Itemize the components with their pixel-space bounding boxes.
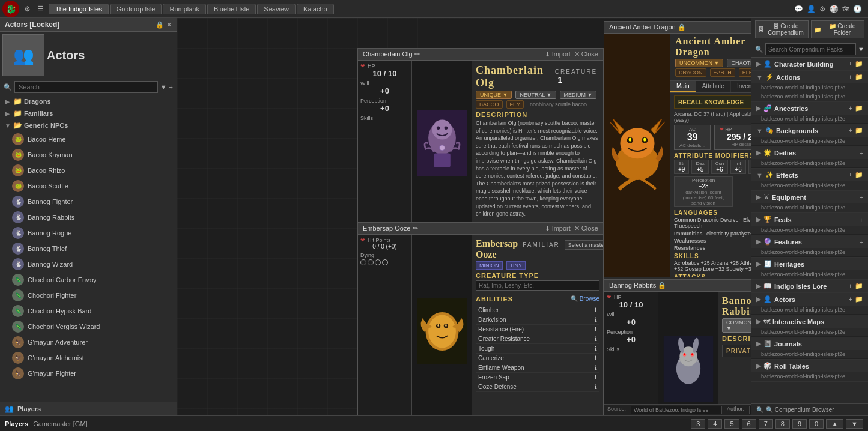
cb-add-icon[interactable]: + xyxy=(849,60,852,68)
filter-icon[interactable]: ▼ xyxy=(160,83,167,91)
rs-section-header-equipment[interactable]: ▶ ⚔ Equipment + xyxy=(751,191,868,203)
cb-folder-icon[interactable]: 📁 xyxy=(855,60,863,68)
add-icon[interactable]: + xyxy=(169,83,173,91)
tab-bluebell[interactable]: Bluebell Isle xyxy=(207,4,256,14)
ability-fire-resistance[interactable]: Resistance (Fire)ℹ xyxy=(476,325,599,334)
ancestries-item[interactable]: battlezoo-world-of-indigo-isles-pf2e xyxy=(751,115,868,124)
deities-add-icon[interactable]: + xyxy=(860,149,863,157)
rs-section-header-actions[interactable]: ▼ ⚡ Actions + 📁 xyxy=(751,71,868,83)
nav-down[interactable]: ▼ xyxy=(846,419,863,429)
master-select[interactable]: Select a master... xyxy=(565,240,603,250)
rs-section-header-cb[interactable]: ▶ 👤 Character Building + 📁 xyxy=(751,58,868,70)
actor-bannog-rabbits[interactable]: 🐇 Bannog Rabbits xyxy=(0,209,177,225)
actions-item-2[interactable]: battlezoo-world-of-indigo-isles-pf2e xyxy=(751,92,868,101)
search-input[interactable] xyxy=(14,81,158,93)
source-input[interactable] xyxy=(631,406,722,414)
ancestries-add-icon[interactable]: + xyxy=(849,104,852,112)
rs-section-header-deities[interactable]: ▶ 🌟 Deities + xyxy=(751,146,868,159)
backgrounds-item[interactable]: battlezoo-world-of-indigo-isles-pf2e xyxy=(751,137,868,146)
menu-icon[interactable]: ☰ xyxy=(35,4,46,14)
category-generic-npcs[interactable]: ▼ 📂 Generic NPCs xyxy=(0,119,177,131)
create-folder-btn[interactable]: 📁 📁 Create Folder xyxy=(811,20,864,38)
nav-4[interactable]: 4 xyxy=(708,419,722,429)
rs-section-header-bg[interactable]: ▼ 🎭 Backgrounds + 📁 xyxy=(751,124,868,137)
feats-item[interactable]: battlezoo-world-of-indigo-isles-pf2e xyxy=(751,226,868,235)
players-icon[interactable]: 👤 xyxy=(807,5,816,13)
rs-section-header-features[interactable]: ▶ 🔮 Features + xyxy=(751,235,868,248)
actor-chochori-wizard[interactable]: 🦎 Chochori Vergiss Wizard xyxy=(0,319,177,334)
actors-folder-icon[interactable]: 📁 xyxy=(855,295,863,303)
effects-add-icon[interactable]: + xyxy=(849,171,852,179)
rs-section-header-heritages[interactable]: ▶ 🧾 Heritages xyxy=(751,258,868,270)
bg-folder-icon[interactable]: 📁 xyxy=(855,127,863,134)
chamberlain-import-btn[interactable]: ⬇ Import xyxy=(545,50,571,58)
actor-chochori-fighter[interactable]: 🦎 Chochori Fighter xyxy=(0,288,177,303)
nav-9[interactable]: 9 xyxy=(792,419,807,429)
actor-bannog-wizard[interactable]: 🐇 Bannog Wizard xyxy=(0,256,177,272)
nav-8[interactable]: 8 xyxy=(775,419,790,429)
rs-section-header-lore[interactable]: ▶ 📖 Indigo Isles Lore + 📁 xyxy=(751,280,868,292)
actor-gmayun-adventurer[interactable]: 🦅 G'mayun Adventurer xyxy=(0,334,177,350)
actions-add-icon[interactable]: + xyxy=(849,73,852,81)
effects-folder-icon[interactable]: 📁 xyxy=(855,171,863,179)
chat-icon[interactable]: 💬 xyxy=(794,5,803,13)
rs-filter-icon[interactable]: ▼ xyxy=(858,46,864,53)
roll-tables-item[interactable]: battlezoo-world-of-indigo-isles-pf2e xyxy=(751,372,868,381)
dice-icon[interactable]: 🎲 xyxy=(830,5,839,13)
rs-section-header-journals[interactable]: ▶ 📓 Journals xyxy=(751,337,868,350)
category-familiars[interactable]: ▶ 📁 Familiars xyxy=(0,107,177,119)
embersap-close-btn[interactable]: ✕ Close xyxy=(574,225,598,232)
actor-bannog-thief[interactable]: 🐇 Bannog Thief xyxy=(0,241,177,256)
browse-btn[interactable]: 🔍 Browse xyxy=(571,295,599,302)
sidebar-close-icon[interactable]: ✕ xyxy=(166,21,172,29)
embersap-import-btn[interactable]: ⬇ Import xyxy=(545,225,571,232)
actor-bacoo-heme[interactable]: 🐸 Bacoo Heme xyxy=(0,131,177,147)
actor-bacoo-rhizo[interactable]: 🐸 Bacoo Rhizo xyxy=(0,163,177,178)
rs-section-header-maps[interactable]: ▶ 🗺 Interactive Maps xyxy=(751,315,868,328)
category-dragons[interactable]: ▶ 📁 Dragons xyxy=(0,95,177,107)
ability-climber[interactable]: Climberℹ xyxy=(476,306,599,315)
actions-folder-icon[interactable]: 📁 xyxy=(855,73,863,81)
actor-chochori-carbor[interactable]: 🦎 Chochori Carbor Envoy xyxy=(0,272,177,288)
nav-up[interactable]: ▲ xyxy=(826,419,843,429)
ability-tough[interactable]: Toughℹ xyxy=(476,344,599,354)
compendium-browser-btn[interactable]: 🔍 🔍 Compendium Browser xyxy=(751,403,868,415)
tab-kalacho[interactable]: Kalacho xyxy=(297,4,334,14)
tab-seaview[interactable]: Seaview xyxy=(257,4,296,14)
deities-item[interactable]: battlezoo-world-of-indigo-isles-pf2e xyxy=(751,159,868,168)
rs-section-header-feats[interactable]: ▶ 🏆 Feats + xyxy=(751,213,868,226)
chamberlain-close-btn[interactable]: ✕ Close xyxy=(574,50,598,58)
rs-section-header-roll-tables[interactable]: ▶ 🎲 Roll Tables xyxy=(751,360,868,372)
create-compendium-btn[interactable]: 🗄 🗄 Create Compendium xyxy=(755,20,809,38)
rs-search-input[interactable] xyxy=(765,43,856,55)
nav-6[interactable]: 6 xyxy=(742,419,756,429)
maps-item[interactable]: battlezoo-world-of-indigo-isles-pf2e xyxy=(751,328,868,337)
rs-section-header-effects[interactable]: ▼ ✨ Effects + 📁 xyxy=(751,169,868,181)
bg-add-icon[interactable]: + xyxy=(849,127,852,134)
tab-indigo-isles[interactable]: The Indigo Isles xyxy=(49,4,109,14)
tab-rumplank[interactable]: Rumplank xyxy=(163,4,206,14)
rs-section-header-actors[interactable]: ▶ 👤 Actors + 📁 xyxy=(751,293,868,306)
tab-goldcrop[interactable]: Goldcrop Isle xyxy=(110,4,162,14)
journals-item[interactable]: battlezoo-world-of-indigo-isles-pf2e xyxy=(751,350,868,359)
actors-rs-item[interactable]: battlezoo-world-of-indigo-isles-pf2e xyxy=(751,306,868,315)
ability-cauterize[interactable]: Cauterizeℹ xyxy=(476,354,599,363)
heritages-item[interactable]: battlezoo-world-of-indigo-isles-pf2e xyxy=(751,270,868,279)
ability-frozen-sap[interactable]: Frozen Sapℹ xyxy=(476,373,599,382)
map-icon[interactable]: 🗺 xyxy=(842,5,849,13)
ancestries-folder-icon[interactable]: 📁 xyxy=(855,104,863,112)
actions-item-1[interactable]: battlezoo-world-of-indigo-isles-pf2e xyxy=(751,83,868,92)
lore-folder-icon[interactable]: 📁 xyxy=(855,282,863,290)
lore-add-icon[interactable]: + xyxy=(849,282,852,290)
actor-gmayun-fighter[interactable]: 🦅 G'mayun Fighter xyxy=(0,366,177,381)
actor-chochori-bard[interactable]: 🦎 Chochori Hypisk Bard xyxy=(0,303,177,319)
equipment-add-icon[interactable]: + xyxy=(860,194,863,201)
ability-ooze-defense[interactable]: Ooze Defenseℹ xyxy=(476,382,599,392)
equipment-item[interactable]: battlezoo-world-of-indigo-isles-pf2e xyxy=(751,203,868,212)
settings2-icon[interactable]: ⚙ xyxy=(819,5,826,13)
ability-darkvision[interactable]: Darkvisionℹ xyxy=(476,315,599,325)
actor-bacoo-kayman[interactable]: 🐸 Bacoo Kayman xyxy=(0,147,177,163)
creature-type-input[interactable] xyxy=(476,280,599,291)
ability-greater-resistance[interactable]: Greater Resistanceℹ xyxy=(476,334,599,344)
effects-item[interactable]: battlezoo-world-of-indigo-isles-pf2e xyxy=(751,181,868,190)
